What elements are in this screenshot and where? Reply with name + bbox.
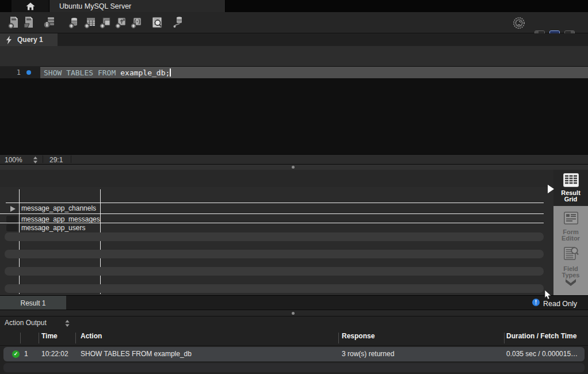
- sidebar-label-field-types-line2: Types: [553, 272, 588, 278]
- output-selector-stepper-icon[interactable]: [64, 320, 70, 327]
- status-separator: [71, 155, 71, 163]
- header-divider: [0, 345, 588, 346]
- result-grid-toolbar: Result Grid Filter Rows: Export:: [0, 170, 553, 187]
- mysql-workbench-window: Ubuntu MySQL Server: [0, 0, 588, 374]
- action-output-panel: Action Output Time Action Response Durat…: [0, 316, 588, 374]
- query-tab-label: Query 1: [17, 36, 43, 44]
- editor-zoom-level: 100%: [5, 156, 22, 164]
- query-toolbar: ✓ × Limit to 1000 rows ★: [0, 46, 588, 66]
- row-action: SHOW TABLES FROM example_db: [81, 350, 192, 358]
- output-column-separator: [20, 333, 21, 344]
- column-header-action[interactable]: Action: [81, 332, 102, 340]
- editor-result-splitter[interactable]: [0, 164, 588, 170]
- output-column-separator: [39, 333, 39, 344]
- sidebar-item-field-types[interactable]: Field Types: [553, 245, 588, 280]
- empty-grid-row: [5, 267, 544, 276]
- empty-grid-row: [5, 284, 544, 293]
- server-status-icon[interactable]: [43, 16, 56, 29]
- create-procedure-icon[interactable]: [114, 16, 128, 29]
- form-editor-icon: [564, 212, 578, 224]
- editor-status-bar: 100% 29:1: [0, 154, 588, 164]
- new-query-tab-icon[interactable]: [7, 16, 21, 29]
- search-table-data-icon[interactable]: [150, 16, 164, 29]
- database-connection-icon[interactable]: [171, 16, 185, 29]
- tab-query-1[interactable]: Query 1: [0, 33, 58, 46]
- result-grid-panel: Tables_in_example_db message_app_channel…: [0, 187, 553, 295]
- grid-row-1[interactable]: message_app_channels: [21, 204, 96, 212]
- current-row-marker-icon: [10, 206, 16, 212]
- sidebar-item-form-editor[interactable]: Form Editor: [553, 206, 588, 246]
- line-number: 1: [0, 68, 21, 77]
- grid-row-3[interactable]: message_app_users: [21, 224, 85, 232]
- grid-row-2[interactable]: message_app_messages: [21, 215, 100, 223]
- tab-result-1[interactable]: Result 1: [0, 296, 66, 310]
- result-tab-label: Result 1: [20, 299, 45, 307]
- sidebar-item-result-grid[interactable]: Result Grid: [553, 170, 588, 206]
- mouse-cursor: [544, 290, 552, 300]
- sidebar-label-form-editor-line2: Editor: [553, 235, 588, 242]
- result-tab-bar: Result 1 ! Read Only: [0, 295, 588, 310]
- sidebar-label-result-grid-line2: Grid: [553, 196, 588, 203]
- row-time: 10:22:02: [41, 350, 68, 358]
- collapse-sidebar-arrow-icon[interactable]: [548, 185, 554, 193]
- text-caret: [170, 68, 171, 77]
- result-output-splitter[interactable]: [0, 310, 588, 316]
- output-column-separator: [338, 333, 339, 344]
- query-bolt-icon: [5, 36, 13, 44]
- grid-column-line: [100, 189, 101, 294]
- splitter-handle-icon: [292, 312, 295, 315]
- grid-line: [6, 203, 544, 203]
- column-header-duration[interactable]: Duration / Fetch Time: [506, 332, 576, 340]
- row-gutter-cell[interactable]: [6, 216, 18, 223]
- info-mark-glyph: !: [535, 299, 537, 306]
- connection-tab-title: Ubuntu MySQL Server: [59, 2, 131, 10]
- sidebar-inactive-section: Form Editor Field Types: [553, 206, 588, 295]
- sql-editor[interactable]: [0, 66, 588, 154]
- row-duration: 0.035 sec / 0.000015…: [506, 350, 578, 358]
- sql-code-line[interactable]: SHOW TABLES FROMexample_db;: [44, 68, 171, 77]
- zoom-stepper-icon[interactable]: [32, 157, 39, 163]
- create-function-icon[interactable]: [130, 16, 144, 29]
- open-sql-script-icon[interactable]: [22, 16, 36, 29]
- grid-column-line: [19, 189, 20, 294]
- output-column-separator: [75, 333, 76, 344]
- settings-badge-icon[interactable]: [512, 16, 526, 30]
- read-only-label: Read Only: [543, 300, 577, 308]
- grid-line: [0, 213, 544, 214]
- sidebar-chevron-down-icon[interactable]: [566, 279, 576, 286]
- action-output-row[interactable]: ✓ 1 10:22:02 SHOW TABLES FROM example_db…: [3, 347, 585, 361]
- column-header-time[interactable]: Time: [41, 332, 58, 340]
- create-schema-icon[interactable]: [68, 16, 82, 29]
- row-response: 3 row(s) returned: [342, 350, 394, 358]
- connection-tab-bar: Ubuntu MySQL Server: [0, 0, 588, 12]
- statement-marker-icon: [26, 70, 31, 75]
- output-column-separator: [504, 333, 505, 344]
- check-glyph: ✓: [14, 351, 18, 357]
- empty-grid-row: [5, 232, 544, 241]
- connection-tab[interactable]: Ubuntu MySQL Server: [49, 0, 226, 12]
- grid-line: [0, 223, 544, 223]
- success-check-icon: ✓: [12, 350, 20, 358]
- column-header-response[interactable]: Response: [342, 332, 375, 340]
- sql-keywords: SHOW TABLES FROM: [44, 68, 116, 77]
- field-types-icon: [564, 246, 579, 261]
- create-table-icon[interactable]: [83, 16, 97, 29]
- empty-output-row: [3, 363, 585, 372]
- splitter-handle-icon: [292, 166, 295, 169]
- row-index: 1: [24, 350, 28, 358]
- sql-identifier: example_db;: [120, 68, 170, 77]
- action-output-title: Action Output: [5, 319, 47, 327]
- row-gutter-cell[interactable]: [6, 224, 18, 231]
- empty-grid-row: [5, 250, 544, 258]
- main-toolbar: [0, 12, 588, 33]
- read-only-info-icon[interactable]: !: [532, 299, 540, 306]
- result-grid-icon: [563, 173, 579, 187]
- home-icon: [26, 2, 35, 10]
- editor-tab-bar: [0, 33, 588, 46]
- home-tab[interactable]: [12, 0, 49, 12]
- caret-position: 29:1: [49, 156, 63, 164]
- create-view-icon[interactable]: [99, 16, 113, 29]
- status-separator: [43, 155, 43, 163]
